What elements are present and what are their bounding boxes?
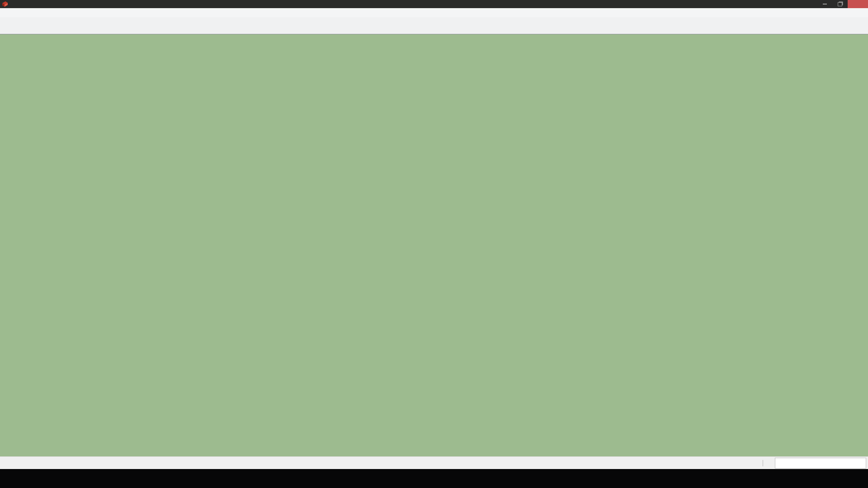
title-bar (0, 0, 868, 8)
sketchup-logo-icon (1, 0, 9, 8)
drawing-canvas[interactable] (0, 34, 868, 456)
toolbar (0, 17, 868, 34)
taskbar (0, 469, 868, 488)
measurements-area (763, 458, 868, 469)
maximize-button[interactable] (832, 0, 848, 8)
window-controls (817, 0, 868, 8)
measurements-input[interactable] (775, 458, 866, 469)
divider (763, 460, 763, 466)
menu-bar (0, 8, 868, 17)
close-button[interactable] (848, 0, 868, 8)
minimize-button[interactable] (817, 0, 832, 8)
screen (0, 0, 868, 488)
status-bar (0, 456, 868, 469)
